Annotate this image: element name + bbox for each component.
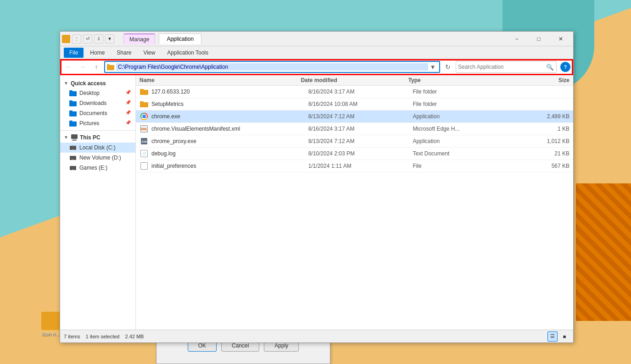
quick-access-button3[interactable]: ⇩ — [94, 34, 103, 44]
sidebar-label-pictures: Pictures — [79, 120, 99, 127]
sidebar-label-games-e: Games (E:) — [79, 165, 107, 171]
back-button[interactable]: ← — [63, 61, 75, 73]
col-header-date[interactable]: Date modified — [301, 77, 408, 83]
app-tab[interactable]: Application — [159, 33, 201, 44]
pin-pictures[interactable]: 📌 — [125, 120, 132, 127]
txt-icon: 📄 — [140, 150, 148, 157]
drive-icon-c — [69, 144, 77, 151]
table-row[interactable]: EXE chrome_proxy.exe 8/13/2024 7:12 AM A… — [136, 135, 573, 148]
view-tiles-button[interactable]: ■ — [559, 331, 570, 342]
file-name: chrome_proxy.exe — [151, 138, 308, 144]
quick-access-button1[interactable]: ⋮ — [72, 34, 81, 44]
address-text[interactable]: C:\Program Files\Google\Chrome\Applicati… — [116, 63, 428, 71]
address-box[interactable]: C:\Program Files\Google\Chrome\Applicati… — [104, 61, 440, 73]
table-row[interactable]: 127.0.6533.120 8/16/2024 3:17 AM File fo… — [136, 86, 573, 98]
window-controls: − □ ✕ — [506, 32, 571, 46]
maximize-button[interactable]: □ — [528, 32, 549, 46]
items-count: 7 items — [64, 334, 80, 339]
sidebar-label-downloads: Downloads — [79, 100, 106, 106]
quick-access-arrow: ▼ — [64, 81, 69, 86]
customize-quick-access[interactable]: ▼ — [105, 34, 114, 44]
forward-button[interactable]: → — [77, 61, 89, 73]
help-button[interactable]: ? — [560, 62, 570, 72]
file-date: 8/16/2024 3:17 AM — [308, 126, 413, 132]
sidebar-label-desktop: Desktop — [79, 90, 100, 96]
desktop-icon[interactable]: Icon n... — [41, 312, 60, 336]
table-row[interactable]: initial_preferences 1/1/2024 1:11 AM Fil… — [136, 160, 573, 172]
svg-rect-23 — [140, 101, 144, 103]
file-date: 8/16/2024 10:08 AM — [308, 101, 413, 107]
table-row[interactable]: SetupMetrics 8/16/2024 10:08 AM File fol… — [136, 98, 573, 110]
quick-access-header[interactable]: ▼ Quick access — [60, 79, 135, 88]
this-pc-label: This PC — [80, 134, 101, 141]
file-icon-cell — [140, 112, 149, 121]
manage-tab[interactable]: Manage — [123, 33, 155, 44]
quick-access-label: Quick access — [71, 80, 106, 87]
desktop-icon-image — [41, 312, 60, 330]
sidebar-item-downloads[interactable]: Downloads 📌 — [60, 98, 135, 108]
svg-rect-1 — [107, 64, 110, 66]
view-details-button[interactable]: ☰ — [547, 331, 558, 342]
sidebar-item-localc[interactable]: Local Disk (C:) — [60, 143, 135, 153]
svg-rect-7 — [69, 110, 73, 112]
view-toggle: ☰ ■ — [547, 331, 570, 342]
file-date: 1/1/2024 1:11 AM — [308, 163, 413, 169]
file-name: SetupMetrics — [151, 101, 308, 107]
sidebar-item-desktop[interactable]: Desktop 📌 — [60, 88, 135, 98]
file-type: Application — [413, 138, 517, 144]
selected-count: 1 item selected — [85, 334, 119, 339]
table-row[interactable]: chrome.exe 8/13/2024 7:12 AM Application… — [136, 110, 573, 123]
col-header-type[interactable]: Type — [408, 77, 516, 83]
file-icon-cell — [140, 87, 149, 96]
ribbon-tab-share[interactable]: Share — [111, 48, 137, 58]
ribbon-tab-home[interactable]: Home — [84, 48, 110, 58]
file-name: 127.0.6533.120 — [151, 88, 308, 95]
file-rows-container: 127.0.6533.120 8/16/2024 3:17 AM File fo… — [136, 86, 573, 172]
exe-icon: EXE — [140, 138, 148, 145]
desktop-icon-label: Icon n... — [41, 331, 59, 336]
up-button[interactable]: ↑ — [90, 61, 102, 73]
table-row[interactable]: XML chrome.VisualElementsManifest.xml 8/… — [136, 123, 573, 135]
svg-rect-10 — [71, 134, 78, 139]
this-pc-header[interactable]: ▼ This PC — [60, 132, 135, 143]
address-dropdown-button[interactable]: ▼ — [428, 61, 437, 73]
minimize-button[interactable]: − — [506, 32, 527, 46]
sidebar: ▼ Quick access Desktop 📌 Downloads 📌 Doc… — [60, 75, 136, 330]
col-header-name[interactable]: Name — [140, 77, 301, 83]
chrome-icon — [140, 113, 148, 120]
ribbon: File Home Share View Application Tools — [60, 46, 573, 59]
file-list-header: Name Date modified Type Size — [136, 75, 573, 86]
svg-rect-9 — [69, 121, 73, 122]
pin-desktop[interactable]: 📌 — [125, 90, 132, 96]
quick-access-button2[interactable]: ⏎ — [83, 34, 92, 44]
refresh-button[interactable]: ↻ — [442, 61, 454, 73]
sidebar-item-volume-d[interactable]: New Volume (D:) — [60, 153, 135, 163]
folder-icon-documents — [69, 110, 77, 117]
pin-downloads[interactable]: 📌 — [125, 100, 132, 106]
search-button[interactable]: 🔍 — [545, 62, 554, 72]
sidebar-item-pictures[interactable]: Pictures 📌 — [60, 118, 135, 128]
col-header-size[interactable]: Size — [516, 77, 570, 83]
file-type: Microsoft Edge H... — [413, 126, 517, 132]
pin-documents[interactable]: 📌 — [125, 110, 132, 116]
this-pc-arrow: ▼ — [64, 135, 69, 140]
folder-icon — [140, 88, 148, 95]
close-button[interactable]: ✕ — [550, 32, 571, 46]
svg-rect-5 — [69, 100, 73, 102]
bg-decor-orange — [576, 183, 631, 321]
folder-icon-pictures — [69, 120, 77, 127]
svg-point-17 — [72, 159, 74, 160]
sidebar-item-documents[interactable]: Documents 📌 — [60, 108, 135, 118]
ribbon-tab-view[interactable]: View — [138, 48, 161, 58]
ribbon-tab-app-tools[interactable]: Application Tools — [162, 48, 214, 58]
table-row[interactable]: 📄 debug.log 8/10/2024 2:03 PM Text Docum… — [136, 148, 573, 160]
sidebar-label-volume-d: New Volume (D:) — [79, 154, 121, 161]
svg-rect-12 — [72, 140, 77, 141]
folder-icon-downloads — [69, 99, 77, 107]
sidebar-label-localc: Local Disk (C:) — [79, 144, 116, 151]
ribbon-tab-file[interactable]: File — [64, 48, 84, 58]
drive-icon-e — [69, 164, 77, 171]
sidebar-item-games-e[interactable]: Games (E:) — [60, 163, 135, 173]
sidebar-divider — [60, 130, 135, 131]
search-input[interactable] — [458, 64, 545, 70]
